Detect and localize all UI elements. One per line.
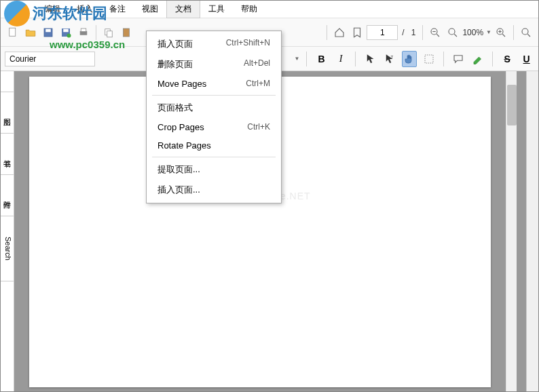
menu-view[interactable]: 视图 — [134, 1, 166, 18]
menu-crop-pages[interactable]: Crop PagesCtrl+K — [147, 118, 281, 136]
right-panel-collapsed[interactable] — [526, 71, 538, 392]
svg-line-21 — [527, 34, 530, 37]
menu-page-format[interactable]: 页面格式 — [147, 98, 281, 118]
search-button[interactable] — [518, 24, 534, 41]
svg-rect-23 — [425, 55, 433, 63]
menu-document[interactable]: 文档 — [166, 0, 200, 18]
menu-insert-page[interactable]: 插入页面Ctrl+Shift+N — [147, 34, 281, 54]
logo-icon — [4, 1, 30, 26]
svg-point-20 — [522, 28, 528, 35]
menu-separator — [152, 95, 276, 96]
page-number-input[interactable] — [367, 25, 398, 40]
svg-line-15 — [455, 34, 458, 37]
open-button[interactable] — [22, 24, 39, 41]
sidebar-tab-bookmarks[interactable]: 书签 — [1, 134, 14, 175]
sidebar-tab-attachments[interactable]: 附件 — [1, 175, 14, 216]
arrow-tool-button[interactable] — [363, 51, 378, 67]
save-as-button[interactable] — [58, 24, 74, 41]
menu-delete-page[interactable]: 删除页面Alt+Del — [147, 54, 281, 75]
toolbar-separator — [96, 25, 96, 40]
toolbar-separator — [327, 25, 327, 40]
italic-button[interactable]: I — [333, 51, 349, 67]
toolbar-separator — [306, 52, 307, 66]
zoom-out-button[interactable] — [427, 24, 443, 41]
zoom-fit-button[interactable] — [445, 24, 461, 41]
site-name: 河东软件园 — [33, 3, 107, 24]
page-separator: / — [402, 28, 404, 37]
document-dropdown-menu: 插入页面Ctrl+Shift+N 删除页面Alt+Del Move PagesC… — [146, 31, 282, 203]
left-sidebar: 图层 书签 附件 Search — [1, 71, 14, 392]
vertical-scrollbar[interactable] — [506, 71, 517, 392]
toolbar-separator — [422, 25, 423, 40]
comment-button[interactable] — [451, 51, 466, 67]
marquee-tool-button[interactable] — [421, 51, 436, 67]
menu-separator — [152, 157, 276, 157]
underline-button[interactable]: U — [519, 51, 534, 67]
new-doc-button[interactable] — [5, 24, 21, 41]
svg-line-17 — [502, 34, 505, 37]
svg-rect-10 — [124, 28, 130, 37]
print-button[interactable] — [75, 24, 92, 41]
svg-rect-7 — [81, 28, 86, 32]
site-watermark-logo: 河东软件园 — [4, 1, 107, 26]
menu-extract-pages[interactable]: 提取页面... — [147, 159, 281, 180]
home-button[interactable] — [331, 24, 348, 41]
sidebar-tab-layers[interactable]: 图层 — [1, 92, 14, 134]
paste-button[interactable] — [118, 24, 134, 41]
svg-rect-4 — [63, 28, 69, 32]
right-gutter — [517, 71, 526, 392]
menu-tools[interactable]: 工具 — [200, 1, 233, 18]
color-dropdown-icon[interactable]: ▼ — [295, 56, 300, 62]
menu-help[interactable]: 帮助 — [233, 1, 265, 18]
page-total: 1 — [411, 28, 416, 37]
menu-move-pages[interactable]: Move PagesCtrl+M — [147, 75, 281, 93]
strikethrough-button[interactable]: S — [500, 51, 515, 67]
svg-rect-0 — [10, 28, 16, 36]
hand-tool-button[interactable] — [402, 51, 417, 67]
toolbar-separator — [513, 25, 514, 40]
svg-point-14 — [449, 28, 455, 35]
text-select-tool-button[interactable]: T — [382, 51, 398, 67]
sidebar-tab-search[interactable]: Search — [1, 216, 14, 281]
toolbar-separator — [355, 52, 356, 66]
svg-rect-9 — [107, 31, 113, 37]
bookmark-nav-button[interactable] — [349, 24, 365, 41]
copy-button[interactable] — [100, 24, 117, 41]
font-family-select[interactable]: Courier — [5, 52, 95, 66]
svg-text:T: T — [391, 54, 394, 58]
svg-line-12 — [437, 34, 440, 37]
zoom-in-button[interactable] — [493, 24, 509, 41]
zoom-dropdown-icon[interactable]: ▼ — [486, 29, 491, 35]
svg-point-5 — [67, 33, 71, 37]
menu-insert-pages-dialog[interactable]: 插入页面... — [147, 180, 281, 200]
toolbar-separator — [443, 52, 444, 66]
highlight-button[interactable] — [470, 51, 485, 67]
save-button[interactable] — [40, 24, 56, 41]
bold-button[interactable]: B — [314, 51, 329, 67]
toolbar-separator — [492, 52, 493, 66]
svg-rect-2 — [45, 28, 51, 32]
zoom-level: 100% — [462, 28, 483, 37]
menu-rotate-pages[interactable]: Rotate Pages — [147, 136, 281, 155]
scrollbar-thumb[interactable] — [507, 85, 517, 125]
site-url-watermark: www.pc0359.cn — [50, 39, 125, 50]
